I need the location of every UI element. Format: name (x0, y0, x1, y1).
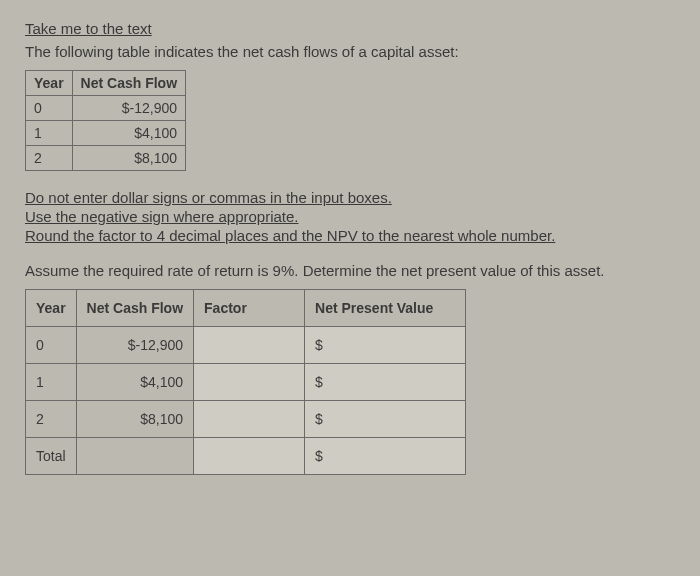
col-flow: Net Cash Flow (72, 71, 185, 96)
cell-flow: $4,100 (76, 364, 193, 401)
nav-link[interactable]: Take me to the text (25, 20, 675, 37)
col-year: Year (26, 290, 77, 327)
npv-input[interactable]: $ (305, 401, 466, 438)
cell-flow: $-12,900 (72, 96, 185, 121)
dollar-sign: $ (315, 411, 329, 427)
cell-year: 0 (26, 327, 77, 364)
col-flow: Net Cash Flow (76, 290, 193, 327)
factor-input[interactable] (194, 327, 305, 364)
factor-input[interactable] (194, 401, 305, 438)
table-row: 0 $-12,900 (26, 96, 186, 121)
table-row-total: Total $ (26, 438, 466, 475)
cell-year: 1 (26, 121, 73, 146)
col-year: Year (26, 71, 73, 96)
dollar-sign: $ (315, 448, 329, 464)
assume-text: Assume the required rate of return is 9%… (25, 262, 675, 279)
cell-flow (76, 438, 193, 475)
factor-input[interactable] (194, 364, 305, 401)
cell-year: 2 (26, 146, 73, 171)
instruction-line: Use the negative sign where appropriate. (25, 208, 675, 225)
cell-total-label: Total (26, 438, 77, 475)
table-row: 1 $4,100 (26, 121, 186, 146)
npv-input[interactable]: $ (305, 364, 466, 401)
cell-year: 1 (26, 364, 77, 401)
cell-year: 2 (26, 401, 77, 438)
factor-blank (194, 438, 305, 475)
dollar-sign: $ (315, 374, 329, 390)
cell-flow: $-12,900 (76, 327, 193, 364)
table-row: 2 $8,100 (26, 146, 186, 171)
npv-total-input[interactable]: $ (305, 438, 466, 475)
instruction-line: Do not enter dollar signs or commas in t… (25, 189, 675, 206)
cell-flow: $4,100 (72, 121, 185, 146)
table-row: 1 $4,100 $ (26, 364, 466, 401)
col-npv: Net Present Value (305, 290, 466, 327)
cell-flow: $8,100 (72, 146, 185, 171)
table-row: 0 $-12,900 $ (26, 327, 466, 364)
dollar-sign: $ (315, 337, 329, 353)
intro-text: The following table indicates the net ca… (25, 43, 675, 60)
cash-flow-table: Year Net Cash Flow 0 $-12,900 1 $4,100 2… (25, 70, 186, 171)
npv-table: Year Net Cash Flow Factor Net Present Va… (25, 289, 466, 475)
col-factor: Factor (194, 290, 305, 327)
cell-year: 0 (26, 96, 73, 121)
npv-input[interactable]: $ (305, 327, 466, 364)
table-row: 2 $8,100 $ (26, 401, 466, 438)
instruction-line: Round the factor to 4 decimal places and… (25, 227, 675, 244)
cell-flow: $8,100 (76, 401, 193, 438)
